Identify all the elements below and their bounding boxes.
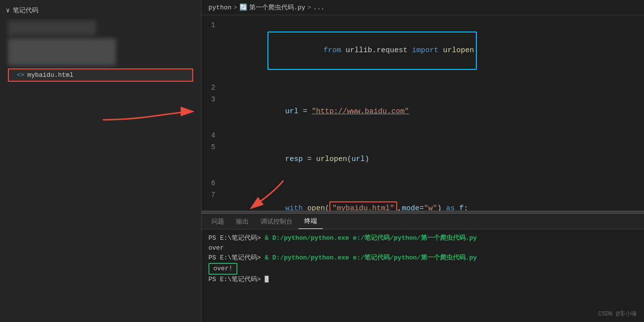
tab-problems-label: 问题 <box>211 218 224 225</box>
watermark-text: CSDN @零小喙 <box>598 311 637 318</box>
line-num-1: 1 <box>202 19 223 31</box>
terminal-line-5: PS E:\笔记代码> █ <box>208 275 637 285</box>
code-line-5: 5 resp = urlopen(url) <box>202 141 644 177</box>
code-line-3: 3 url = "http://www.baidu.com" <box>202 94 644 129</box>
breadcrumb: python > 🔄 第一个爬虫代码.py > ... <box>202 0 644 15</box>
code-line-2: 2 <box>202 82 644 94</box>
terminal-line-1: PS E:\笔记代码> & D:/python/python.exe e:/笔记… <box>208 233 637 243</box>
tab-terminal[interactable]: 终端 <box>298 214 323 229</box>
line-num-5: 5 <box>202 141 223 153</box>
file-name-label: mybaidu.html <box>28 71 74 79</box>
tab-output[interactable]: 输出 <box>230 214 255 229</box>
code-editor: 1 from urllib.request import urlopen 2 3… <box>202 15 644 211</box>
tab-output-label: 输出 <box>236 218 249 225</box>
chevron-icon: ∨ <box>6 6 10 14</box>
code-line-4: 4 <box>202 129 644 141</box>
terminal-line-4: over! <box>208 263 637 275</box>
line-num-4: 4 <box>202 129 223 141</box>
line-num-6: 6 <box>202 177 223 189</box>
breadcrumb-file-icon: 🔄 <box>239 3 247 11</box>
code-content-3: url = "http://www.baidu.com" <box>223 94 644 129</box>
breadcrumb-python: python <box>208 4 232 11</box>
highlight-filename-string: "mybaidu.html" <box>329 201 397 211</box>
code-line-1: 1 from urllib.request import urlopen <box>202 19 644 82</box>
terminal-line-2: over <box>208 243 637 253</box>
code-lines: 1 from urllib.request import urlopen 2 3… <box>202 15 644 211</box>
code-content-5: resp = urlopen(url) <box>223 142 644 177</box>
watermark: CSDN @零小喙 <box>598 309 637 319</box>
line-num-3: 3 <box>202 94 223 105</box>
tab-debug-console[interactable]: 调试控制台 <box>255 214 298 229</box>
terminal-ps-1: PS E:\笔记代码> <box>208 234 264 242</box>
terminal-content: PS E:\笔记代码> & D:/python/python.exe e:/笔记… <box>202 229 644 322</box>
code-line-6: 6 <box>202 177 644 189</box>
sidebar-title: ∨ 笔记代码 <box>0 4 201 19</box>
terminal-ps-2: PS E:\笔记代码> <box>208 254 264 261</box>
tab-problems[interactable]: 问题 <box>205 214 230 229</box>
main-area: python > 🔄 第一个爬虫代码.py > ... 1 from urlli… <box>202 0 644 322</box>
line-num-2: 2 <box>202 82 223 94</box>
highlight-import: from urllib.request import urlopen <box>267 32 477 70</box>
terminal-panel: 问题 输出 调试控制台 终端 PS E:\笔记代码> & D:/python/p… <box>202 214 644 322</box>
sidebar-item-mybaidu-html[interactable]: <> mybaidu.html <box>8 68 193 82</box>
terminal-ps-3: PS E:\笔记代码> █ <box>208 276 268 283</box>
terminal-over-highlight: over! <box>208 263 237 275</box>
tab-terminal-label: 终端 <box>304 218 317 225</box>
code-content-1: from urllib.request import urlopen <box>223 20 644 82</box>
code-line-7: 7 with open("mybaidu.html",mode="w") as … <box>202 189 644 211</box>
sidebar-section-label: 笔记代码 <box>13 6 38 15</box>
sidebar: ∨ 笔记代码 <> mybaidu.html <box>0 0 202 322</box>
tab-debug-label: 调试控制台 <box>261 218 293 225</box>
breadcrumb-ellipsis: ... <box>313 4 324 11</box>
sidebar-file-list: <> mybaidu.html <box>0 19 201 322</box>
code-content-7: with open("mybaidu.html",mode="w") as f: <box>223 190 644 211</box>
blurred-block-2 <box>8 38 116 65</box>
terminal-cmd-2: & D:/python/python.exe e:/笔记代码/python/第一… <box>264 254 477 261</box>
breadcrumb-filename: 第一个爬虫代码.py <box>249 3 305 12</box>
terminal-cmd-1: & D:/python/python.exe e:/笔记代码/python/第一… <box>264 234 477 242</box>
terminal-line-3: PS E:\笔记代码> & D:/python/python.exe e:/笔记… <box>208 253 637 263</box>
breadcrumb-sep-1: > <box>234 4 237 11</box>
line-num-7: 7 <box>202 189 223 201</box>
breadcrumb-sep-2: > <box>307 4 311 11</box>
terminal-tabs: 问题 输出 调试控制台 终端 <box>202 214 644 229</box>
html-file-icon: <> <box>17 71 25 79</box>
terminal-output-1: over <box>208 244 224 252</box>
blurred-block-1 <box>8 21 96 35</box>
